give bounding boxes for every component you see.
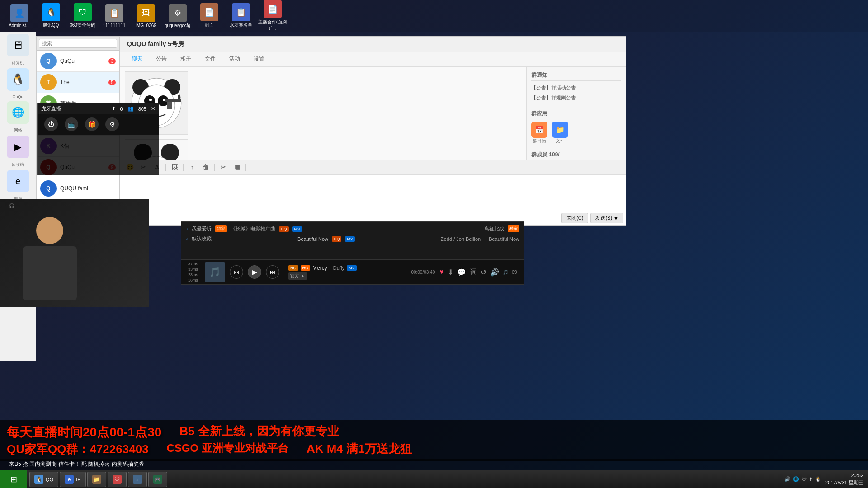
desktop-icon-host[interactable]: 📄 主播合作(面刷广.. [258, 0, 287, 32]
taskbar-item-2[interactable]: 📁 [87, 472, 106, 487]
toolbar-scissors[interactable]: ✂ [218, 162, 228, 172]
current-hq-tag: HQ [288, 265, 298, 271]
sidebar-icon-qq[interactable]: 🐧 [7, 68, 29, 91]
desktop-icon-img[interactable]: 🖼 IMG_0369 [131, 4, 160, 28]
music-mv-tag-1: MV [345, 236, 355, 242]
desktop-icon-cover[interactable]: 📄 封面 [194, 3, 224, 28]
music-item-1[interactable]: ♪ 默认收藏 Beautiful Now HQ MV Zedd / Jon Be… [186, 234, 519, 244]
live-video-content: 🎧 [0, 199, 149, 307]
toolbar-more[interactable]: … [250, 162, 259, 172]
music-lyric-button[interactable]: 词 [470, 267, 477, 277]
chat-title: QUQU family 5号房 [127, 40, 184, 48]
huya-settings-icon[interactable]: ⚙ [105, 117, 119, 131]
taskbar-item-3[interactable]: 🛡 [108, 472, 127, 487]
toolbar-trash[interactable]: 🗑 [201, 162, 211, 172]
contact-item-1[interactable]: T The 5 [37, 72, 119, 93]
music-note-1: ♪ [186, 236, 188, 241]
huya-gift-icon[interactable]: 🎁 [85, 117, 99, 131]
desktop: 👤 Administ... 🐧 腾讯QQ 🛡 360安全号码 📋 1111111… [0, 0, 868, 488]
music-album-1: Beautiful Now [297, 236, 328, 242]
huya-share-icon: ⬆ [112, 106, 116, 112]
sidebar-icon-network[interactable]: 🌐 [7, 101, 29, 124]
music-title-bar: HQ HQ Mercy · Duffy MV [288, 265, 406, 271]
desktop-icon-file1[interactable]: 📋 111111111 [99, 4, 129, 28]
close-button[interactable]: 关闭(C) [561, 213, 588, 223]
music-play-button[interactable]: ▶ [248, 265, 261, 279]
calendar-icon: 📅 [531, 122, 547, 138]
live-video-area: 🎧 [0, 199, 149, 307]
desktop-icons-bar: 👤 Administ... 🐧 腾讯QQ 🛡 360安全号码 📋 1111111… [0, 0, 868, 32]
contact-item-6[interactable]: Q QUQU fami [37, 178, 119, 199]
send-dropdown-icon[interactable]: ▼ [613, 216, 618, 221]
music-lyric-tag[interactable]: 官方 ▲ [288, 272, 307, 280]
taskbar-right: 🔊 🌐 🛡 ⬆ 🐧 20:52 2017/5/31 星期三 [780, 472, 868, 486]
banner-row-2: QU家军QQ群：472263403 CSGO 亚洲专业对战平台 AK M4 满1… [7, 441, 861, 457]
chat-right-panel: 群通知 【公告】群活动公告... 【公告】群规则公告... 群应用 📅 群日历 … [526, 67, 626, 160]
music-action-buttons: ♥ ⬇ 💬 词 ↺ 🔊 🎵 69 [439, 267, 517, 277]
start-button[interactable]: ⊞ [0, 470, 27, 488]
app-files[interactable]: 📁 文件 [552, 122, 568, 144]
tab-settings[interactable]: 设置 [247, 52, 271, 66]
chat-message-area[interactable]: 铃铛smoke [120, 67, 526, 160]
group-apps-list: 📅 群日历 📁 文件 [531, 122, 621, 144]
svg-point-12 [161, 144, 179, 160]
taskbar-icon-3: 🛡 [113, 475, 122, 484]
music-prev-button[interactable]: ⏮ [230, 265, 243, 279]
taskbar-icon-2: 📁 [92, 475, 101, 484]
tab-announcement[interactable]: 公告 [149, 52, 174, 66]
desktop-icon-admin[interactable]: 👤 Administ... [5, 4, 34, 28]
taskbar-icon-0: 🐧 [34, 475, 43, 484]
chat-input-area[interactable] [120, 174, 626, 211]
app-calendar[interactable]: 📅 群日历 [531, 122, 547, 144]
contact-avatar-0: Q [40, 53, 57, 69]
toolbar-divider-2 [183, 164, 184, 171]
group-apps-section: 群应用 📅 群日历 📁 文件 [531, 110, 621, 144]
chat-toolbar: 😊 ✂ A 🖼 ↑ 🗑 ✂ ▦ … [120, 160, 626, 174]
toolbar-image[interactable]: 🖼 [170, 162, 179, 172]
music-volume-button[interactable]: 🔊 [490, 268, 499, 277]
taskbar-item-5[interactable]: 🎮 [148, 472, 167, 487]
contact-search-input[interactable] [39, 39, 117, 48]
music-time-0: 37ms [188, 262, 198, 266]
music-next-button[interactable]: ⏭ [266, 265, 279, 279]
music-share-button[interactable]: 💬 [457, 268, 466, 277]
current-hq2-tag: HQ [301, 265, 311, 271]
taskbar-item-4[interactable]: ♪ [128, 472, 147, 487]
banner-qq-group: QU家军QQ群：472263403 [7, 441, 149, 457]
toolbar-layout[interactable]: ▦ [232, 162, 242, 172]
huya-screen-icon[interactable]: 📺 [65, 117, 78, 131]
music-like-button[interactable]: ♥ [439, 268, 444, 276]
sidebar-icon-ie[interactable]: e [7, 170, 29, 192]
sidebar-icon-start[interactable]: ▶ [7, 136, 29, 158]
systray-icon-3: 🛡 [802, 477, 807, 482]
music-album-tag-0: 《长城》电影推广曲 [231, 225, 275, 232]
taskbar-item-1[interactable]: e IE [60, 472, 85, 487]
desktop-icon-list[interactable]: 📋 水友赛名单 [226, 3, 255, 28]
huya-stats: ⬆ 0 👥 805 ✕ [112, 106, 155, 112]
tab-activity[interactable]: 活动 [222, 52, 247, 66]
chat-input-field[interactable] [123, 177, 623, 202]
tab-files[interactable]: 文件 [198, 52, 222, 66]
toolbar-divider-3 [214, 164, 215, 171]
tab-album[interactable]: 相册 [174, 52, 198, 66]
music-right-tag-0: 独家 [508, 225, 519, 232]
huya-close-icon[interactable]: ✕ [151, 106, 155, 112]
taskbar-item-0[interactable]: 🐧 QQ [29, 472, 58, 487]
music-loop-button[interactable]: ↺ [481, 268, 486, 277]
taskbar-icon-4: ♪ [133, 475, 142, 484]
contact-item-0[interactable]: Q QuQu 3 [37, 51, 119, 72]
systray: 🔊 🌐 🛡 ⬆ 🐧 [784, 476, 821, 482]
toolbar-upload[interactable]: ↑ [187, 162, 197, 172]
desktop-icon-360[interactable]: 🛡 360安全号码 [68, 3, 97, 28]
music-title-0: 我最爱听 [192, 225, 212, 232]
send-button[interactable]: 发送(S) ▼ [590, 213, 623, 223]
desktop-icon-qq[interactable]: 🐧 腾讯QQ [36, 3, 66, 28]
huya-power-icon[interactable]: ⏻ [44, 117, 58, 131]
music-item-0[interactable]: ♪ 我最爱听 独家 《长城》电影推广曲 HQ MV 离征北战 独家 [186, 224, 519, 234]
sidebar-label-network: 网络 [14, 127, 22, 133]
svg-rect-9 [178, 95, 180, 99]
tab-chat[interactable]: 聊天 [125, 52, 149, 66]
music-download-button[interactable]: ⬇ [448, 268, 453, 277]
desktop-icon-cfg[interactable]: ⚙ ququesgocfg [163, 4, 192, 28]
sidebar-icon-computer[interactable]: 🖥 [7, 34, 29, 56]
